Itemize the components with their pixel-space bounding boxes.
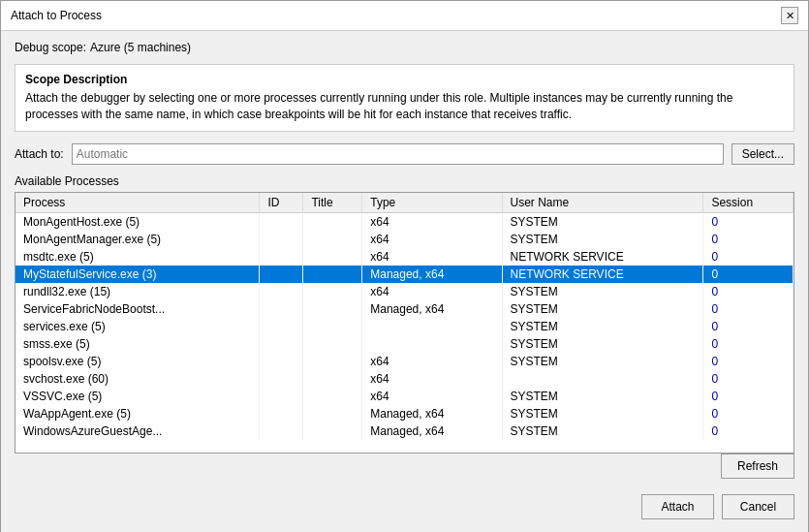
cell-2 xyxy=(303,388,362,405)
cell-5: 0 xyxy=(703,283,793,300)
scope-description-text: Attach the debugger by selecting one or … xyxy=(25,90,784,123)
refresh-button[interactable]: Refresh xyxy=(721,454,794,479)
cell-1 xyxy=(260,353,303,370)
debug-scope-value: Azure (5 machines) xyxy=(90,41,191,54)
col-title: Title xyxy=(303,193,362,213)
cell-0: MonAgentManager.exe (5) xyxy=(16,231,260,248)
select-button[interactable]: Select... xyxy=(731,143,794,165)
attach-to-process-dialog: Attach to Process ✕ Debug scope: Azure (… xyxy=(0,0,809,532)
close-button[interactable]: ✕ xyxy=(781,7,798,24)
cell-1 xyxy=(260,283,303,300)
cell-5: 0 xyxy=(703,370,793,388)
cell-2 xyxy=(303,283,362,300)
table-row[interactable]: msdtc.exe (5)x64NETWORK SERVICE0 xyxy=(16,248,793,266)
cell-0: MyStatefulService.exe (3) xyxy=(16,266,260,283)
cell-4: SYSTEM xyxy=(502,353,703,370)
debug-scope-row: Debug scope: Azure (5 machines) xyxy=(15,41,794,54)
table-row[interactable]: WaAppAgent.exe (5)Managed, x64SYSTEM0 xyxy=(16,405,793,422)
cell-0: WindowsAzureGuestAge... xyxy=(16,422,260,440)
bottom-buttons-row: Attach Cancel xyxy=(15,485,794,523)
cell-3: x64 xyxy=(362,283,502,300)
cell-1 xyxy=(260,231,303,248)
cell-5: 0 xyxy=(703,353,793,370)
cell-2 xyxy=(303,300,362,318)
table-row[interactable]: WindowsAzureGuestAge...Managed, x64SYSTE… xyxy=(16,422,793,440)
cell-5: 0 xyxy=(703,266,793,283)
col-type: Type xyxy=(362,193,502,213)
cell-3: Managed, x64 xyxy=(362,405,502,422)
table-row[interactable]: VSSVC.exe (5)x64SYSTEM0 xyxy=(16,388,793,405)
cell-1 xyxy=(260,318,303,335)
table-row[interactable]: spoolsv.exe (5)x64SYSTEM0 xyxy=(16,353,793,370)
cell-0: WaAppAgent.exe (5) xyxy=(16,405,260,422)
cell-2 xyxy=(303,248,362,266)
col-session: Session xyxy=(703,193,793,213)
process-table: Process ID Title Type User Name Session … xyxy=(16,193,793,440)
cell-4: NETWORK SERVICE xyxy=(502,266,703,283)
cell-2 xyxy=(303,405,362,422)
cell-0: svchost.exe (60) xyxy=(16,370,260,388)
cell-0: ServiceFabricNodeBootst... xyxy=(16,300,260,318)
cell-4: NETWORK SERVICE xyxy=(502,248,703,266)
cell-5: 0 xyxy=(703,318,793,335)
cell-1 xyxy=(260,335,303,353)
scope-description-box: Scope Description Attach the debugger by… xyxy=(15,64,794,132)
cell-3: x64 xyxy=(362,353,502,370)
col-process: Process xyxy=(16,193,260,213)
cell-1 xyxy=(260,266,303,283)
process-table-container[interactable]: Process ID Title Type User Name Session … xyxy=(15,192,794,454)
table-row[interactable]: MonAgentHost.exe (5)x64SYSTEM0 xyxy=(16,212,793,231)
cell-0: MonAgentHost.exe (5) xyxy=(16,212,260,231)
cell-4: SYSTEM xyxy=(502,335,703,353)
debug-scope-label: Debug scope: xyxy=(15,41,86,54)
table-row[interactable]: MonAgentManager.exe (5)x64SYSTEM0 xyxy=(16,231,793,248)
cell-4 xyxy=(502,370,703,388)
cell-4: SYSTEM xyxy=(502,422,703,440)
cell-1 xyxy=(260,300,303,318)
cell-0: rundll32.exe (15) xyxy=(16,283,260,300)
cell-0: VSSVC.exe (5) xyxy=(16,388,260,405)
cancel-button[interactable]: Cancel xyxy=(722,494,794,519)
scope-description-title: Scope Description xyxy=(25,73,784,86)
cell-5: 0 xyxy=(703,300,793,318)
cell-3: Managed, x64 xyxy=(362,266,502,283)
table-row[interactable]: svchost.exe (60)x640 xyxy=(16,370,793,388)
table-header-row: Process ID Title Type User Name Session xyxy=(16,193,793,213)
cell-0: msdtc.exe (5) xyxy=(16,248,260,266)
attach-button[interactable]: Attach xyxy=(641,494,714,519)
table-row[interactable]: smss.exe (5)SYSTEM0 xyxy=(16,335,793,353)
cell-3 xyxy=(362,335,502,353)
cell-0: smss.exe (5) xyxy=(16,335,260,353)
cell-4: SYSTEM xyxy=(502,212,703,231)
table-row[interactable]: ServiceFabricNodeBootst...Managed, x64SY… xyxy=(16,300,793,318)
cell-5: 0 xyxy=(703,231,793,248)
cell-1 xyxy=(260,405,303,422)
cell-4: SYSTEM xyxy=(502,318,703,335)
available-processes-label: Available Processes xyxy=(15,174,794,188)
table-row[interactable]: rundll32.exe (15)x64SYSTEM0 xyxy=(16,283,793,300)
attach-to-label: Attach to: xyxy=(15,147,64,161)
table-row[interactable]: MyStatefulService.exe (3)Managed, x64NET… xyxy=(16,266,793,283)
process-table-body: MonAgentHost.exe (5)x64SYSTEM0MonAgentMa… xyxy=(16,212,793,440)
table-row[interactable]: services.exe (5)SYSTEM0 xyxy=(16,318,793,335)
col-id: ID xyxy=(260,193,303,213)
cell-3: x64 xyxy=(362,212,502,231)
attach-to-row: Attach to: Select... xyxy=(15,143,794,165)
cell-2 xyxy=(303,212,362,231)
cell-2 xyxy=(303,370,362,388)
cell-3 xyxy=(362,318,502,335)
cell-5: 0 xyxy=(703,335,793,353)
cell-5: 0 xyxy=(703,248,793,266)
cell-4: SYSTEM xyxy=(502,388,703,405)
cell-3: Managed, x64 xyxy=(362,300,502,318)
cell-1 xyxy=(260,388,303,405)
refresh-button-row: Refresh xyxy=(15,454,794,479)
cell-1 xyxy=(260,370,303,388)
cell-0: services.exe (5) xyxy=(16,318,260,335)
cell-4: SYSTEM xyxy=(502,231,703,248)
cell-5: 0 xyxy=(703,388,793,405)
title-bar: Attach to Process ✕ xyxy=(1,1,808,31)
cell-3: x64 xyxy=(362,388,502,405)
attach-to-input[interactable] xyxy=(72,143,724,165)
cell-4: SYSTEM xyxy=(502,283,703,300)
